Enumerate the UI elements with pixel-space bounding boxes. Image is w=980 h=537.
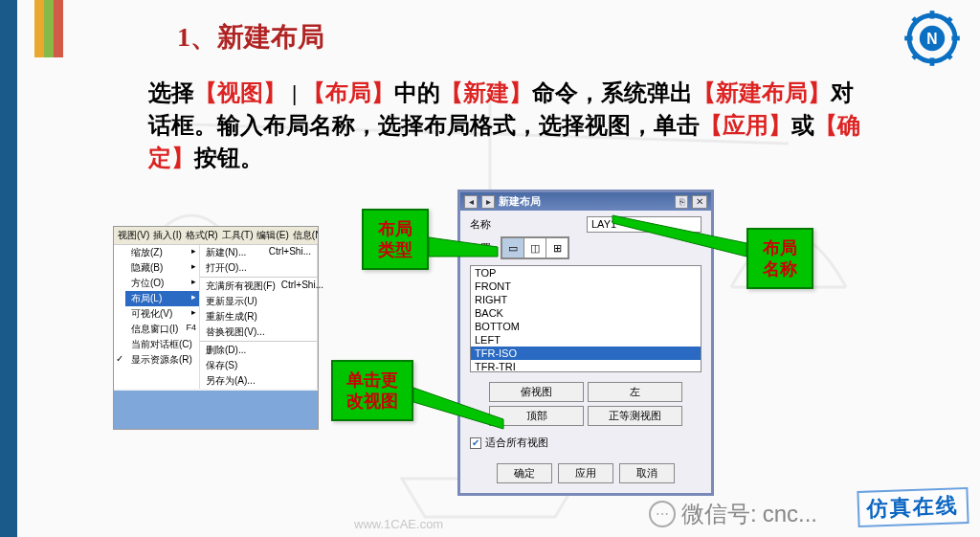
submenu-item[interactable]: 新建(N)...Ctrl+Shi... xyxy=(200,245,317,260)
menu-item[interactable]: 隐藏(B)▸ xyxy=(125,260,199,276)
submenu-arrow-icon: ▸ xyxy=(191,292,196,302)
submenu-label: 充满所有视图(F) xyxy=(206,280,276,293)
submenu-item[interactable]: 替换视图(V)... xyxy=(200,324,317,340)
listbox-item[interactable]: BACK xyxy=(471,306,701,320)
menu-separator xyxy=(200,341,317,342)
dialog-button-row: 确定应用取消 xyxy=(460,456,711,493)
listbox-item[interactable]: BOTTOM xyxy=(471,320,701,333)
pin-icon[interactable]: ⎘ xyxy=(675,195,688,209)
submenu-arrow-icon: ▸ xyxy=(191,261,196,271)
menu-item[interactable]: 布局(L)▸ xyxy=(125,291,199,306)
apply-button[interactable]: 应用 xyxy=(558,463,613,483)
instruction-span: 命令，系统弹出 xyxy=(532,80,693,105)
ok-button[interactable]: 确定 xyxy=(497,463,552,483)
callout-change-view: 单击更改视图 xyxy=(331,360,413,421)
menu-bar-item[interactable]: 视图(V) xyxy=(118,229,149,242)
listbox-item[interactable]: RIGHT xyxy=(471,293,701,306)
submenu-label: 另存为(A)... xyxy=(206,374,256,388)
submenu-item[interactable]: 打开(O)... xyxy=(200,260,317,276)
svg-rect-8 xyxy=(951,36,959,41)
view-button[interactable]: 左 xyxy=(588,382,682,402)
view-button[interactable]: 俯视图 xyxy=(489,382,584,402)
submenu-item[interactable]: 另存为(A)... xyxy=(200,373,317,389)
submenu-arrow-icon: ▸ xyxy=(191,246,196,256)
dialog-titlebar: ◂ ▸ 新建布局 ⎘ ✕ xyxy=(460,192,711,211)
shortcut-text: F4 xyxy=(186,323,196,332)
submenu-item[interactable]: 更新显示(U) xyxy=(200,294,317,309)
listbox-item[interactable]: FRONT xyxy=(471,280,701,293)
submenu-arrow-icon: ▸ xyxy=(191,307,196,317)
listbox-item[interactable]: TOP xyxy=(471,266,701,280)
watermark-url: www.1CAE.com xyxy=(354,517,443,531)
menu-bar-item[interactable]: 格式(R) xyxy=(186,229,218,242)
layout-cell-1[interactable]: ▭ xyxy=(502,238,523,257)
new-layout-dialog: ◂ ▸ 新建布局 ⎘ ✕ 名称 LAY1 布置 ▭ ◫ ⊞ TOPFRONTRI… xyxy=(457,190,714,496)
submenu-item[interactable]: 保存(S) xyxy=(200,358,317,373)
menu-screenshot: 视图(V)插入(I)格式(R)工具(T)编辑(E)信息(N)分析 缩放(Z)▸隐… xyxy=(113,226,319,430)
layout-cell-3[interactable]: ⊞ xyxy=(546,238,568,257)
menu-column-2: 新建(N)...Ctrl+Shi...打开(O)...充满所有视图(F)Ctrl… xyxy=(200,245,318,389)
menu-item[interactable]: 方位(O)▸ xyxy=(125,276,199,291)
svg-text:N: N xyxy=(926,31,937,47)
menu-selection-area xyxy=(114,391,318,429)
watermark-brand: 仿真在线 xyxy=(857,487,969,527)
menu-item[interactable]: 信息窗口(I)F4 xyxy=(125,322,199,337)
svg-rect-6 xyxy=(930,57,935,65)
nav-prev-icon[interactable]: ◂ xyxy=(464,195,478,209)
instruction-text: 选择【视图】 | 【布局】中的【新建】命令，系统弹出【新建布局】对话框。输入布局… xyxy=(148,77,876,174)
instruction-span: 【新建】 xyxy=(440,80,532,105)
gear-logo-icon: N N xyxy=(903,10,961,67)
layout-cell-2[interactable]: ◫ xyxy=(524,238,546,257)
fit-all-label: 适合所有视图 xyxy=(485,436,548,450)
submenu-item[interactable]: 重新生成(R) xyxy=(200,309,317,324)
menu-bar: 视图(V)插入(I)格式(R)工具(T)编辑(E)信息(N)分析 xyxy=(114,227,318,245)
submenu-arrow-icon: ▸ xyxy=(191,277,196,286)
layout-type-grid[interactable]: ▭ ◫ ⊞ xyxy=(501,236,569,259)
fit-all-checkbox[interactable]: ✔ xyxy=(470,437,481,449)
menu-column-1: 缩放(Z)▸隐藏(B)▸方位(O)▸布局(L)▸可视化(V)▸信息窗口(I)F4… xyxy=(114,245,200,389)
menu-item[interactable]: 缩放(Z)▸ xyxy=(125,245,199,260)
view-button[interactable]: 顶部 xyxy=(489,406,584,426)
wechat-id: cnc... xyxy=(763,501,817,527)
menu-item[interactable]: 当前对话框(C) xyxy=(125,337,199,352)
menu-bar-item[interactable]: 编辑(E) xyxy=(256,229,288,242)
menu-separator xyxy=(200,277,317,278)
shortcut-text: Ctrl+Shi... xyxy=(281,280,323,293)
svg-rect-5 xyxy=(930,11,935,18)
name-label: 名称 xyxy=(470,217,493,232)
wechat-icon: ⋯ xyxy=(649,501,676,527)
svg-rect-7 xyxy=(904,36,912,41)
submenu-label: 保存(S) xyxy=(206,359,237,372)
submenu-item[interactable]: 删除(D)... xyxy=(200,343,317,358)
instruction-span: 【新建布局】 xyxy=(693,80,831,105)
menu-bar-item[interactable]: 插入(I) xyxy=(153,229,181,242)
wechat-label: 微信号: xyxy=(681,499,757,529)
name-input[interactable]: LAY1 xyxy=(587,216,702,233)
instruction-span: 【布局】 xyxy=(302,80,394,105)
submenu-item[interactable]: 充满所有视图(F)Ctrl+Shi... xyxy=(200,279,317,294)
view-button[interactable]: 正等测视图 xyxy=(588,406,682,426)
cancel-button[interactable]: 取消 xyxy=(619,463,675,483)
submenu-label: 重新生成(R) xyxy=(206,310,257,324)
view-listbox[interactable]: TOPFRONTRIGHTBACKBOTTOMLEFTTFR-ISOTFR-TR… xyxy=(470,265,702,372)
menu-bar-item[interactable]: 工具(T) xyxy=(222,229,254,242)
instruction-span: | xyxy=(286,80,302,105)
instruction-span: 【应用】 xyxy=(700,113,791,138)
dialog-title-text: 新建布局 xyxy=(499,194,671,209)
callout-layout-type: 布局类型 xyxy=(362,209,429,270)
watermark-wechat: ⋯ 微信号: cnc... xyxy=(649,499,817,529)
menu-item[interactable]: 可视化(V)▸ xyxy=(125,306,199,322)
instruction-span: 中的 xyxy=(394,80,440,105)
menu-bar-item[interactable]: 信息(N) xyxy=(293,229,318,242)
listbox-item[interactable]: TFR-ISO xyxy=(471,347,701,360)
close-icon[interactable]: ✕ xyxy=(692,195,707,209)
listbox-item[interactable]: LEFT xyxy=(471,333,701,347)
slide-title: 1、新建布局 xyxy=(177,19,324,56)
submenu-label: 打开(O)... xyxy=(206,261,247,275)
menu-item[interactable]: 显示资源条(R) xyxy=(125,352,199,368)
submenu-label: 更新显示(U) xyxy=(206,295,257,308)
nav-next-icon[interactable]: ▸ xyxy=(481,195,495,209)
instruction-span: 选择 xyxy=(148,80,194,105)
submenu-label: 删除(D)... xyxy=(206,344,246,357)
listbox-item[interactable]: TFR-TRI xyxy=(471,360,701,372)
